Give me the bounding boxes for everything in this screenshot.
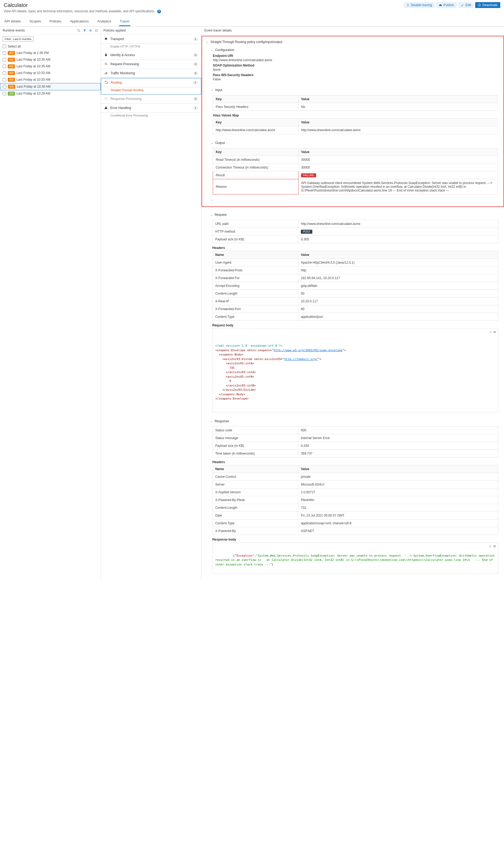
configuration-bar[interactable]: ⌄ Configuration <box>207 46 503 54</box>
event-row[interactable]: 400Last Friday at 10:30 AM <box>0 83 101 90</box>
expand-icon[interactable]: ⤢ <box>489 330 491 335</box>
table-row: http://www.dneonline.com/calculator.asmx… <box>213 126 498 134</box>
bulb-icon <box>406 3 410 7</box>
svg-rect-5 <box>107 72 107 74</box>
policy-group[interactable]: Response Processing0 <box>101 94 201 104</box>
table-row: Pass Security HeadersNo <box>213 103 498 110</box>
tab-analytics[interactable]: Analytics <box>97 17 112 26</box>
input-bar[interactable]: ⌄ Input <box>207 86 503 94</box>
output-table: Key Value Read Timeout (in milliseconds)… <box>213 148 498 194</box>
event-row[interactable]: 400Last Friday at 10:33 AM <box>0 70 101 76</box>
tab-policies[interactable]: Policies <box>49 17 62 26</box>
expand-icon[interactable]: ⤢ <box>489 544 491 549</box>
chevron-down-icon: ⌄ <box>211 88 213 92</box>
bars-icon <box>104 71 108 75</box>
policy-count: 1 <box>193 106 198 110</box>
event-time: Last Friday at 10:35 AM <box>17 58 51 61</box>
copy-icon[interactable]: ⧉ <box>493 544 496 549</box>
svg-point-0 <box>407 4 409 6</box>
select-all-checkbox[interactable] <box>3 45 6 48</box>
table-row: Payload size (in KB)0.305 <box>213 235 498 243</box>
event-checkbox[interactable] <box>3 92 6 95</box>
response-body-heading: Response body <box>212 538 498 541</box>
chevron-down-icon: ⌄ <box>206 40 208 43</box>
table-row: Payload size (in KB)0.334 <box>213 442 498 450</box>
policy-count: 0 <box>193 97 198 101</box>
output-bar[interactable]: ⌄ Output <box>207 139 503 147</box>
select-all-row[interactable]: Select all <box>0 43 101 50</box>
disable-tracing-button[interactable]: Disable tracing <box>403 2 435 8</box>
table-row: X-Forwarded-For182.65.64.141, 10.20.0.11… <box>213 274 498 282</box>
request-body-code: ⤢ ⧉ <?xml version='1.0' encoding='utf-8'… <box>212 328 498 412</box>
policy-sub[interactable]: Conditional Error Processing <box>101 113 201 120</box>
policy-label: Response Processing <box>110 97 142 101</box>
policy-group[interactable]: Identify & Access0 <box>101 51 201 60</box>
policy-group[interactable]: Transport1 <box>101 35 201 44</box>
policy-group[interactable]: Error Handling1 <box>101 104 201 113</box>
policies-heading: Policies applied <box>104 29 126 32</box>
table-row: X-Powered-ByASP.NET <box>213 527 498 535</box>
status-badge: 200 <box>8 92 15 95</box>
table-row: X-Powered-By-PleskPleskWin <box>213 496 498 504</box>
policy-sub[interactable]: Enable HTTP / HTTPS <box>101 44 201 51</box>
policy-sub[interactable]: Straight Through Routing <box>101 87 201 94</box>
request-body-heading: Request body <box>212 323 498 327</box>
policy-label: Request Processing <box>110 62 139 66</box>
external-link-icon[interactable] <box>95 29 98 32</box>
event-checkbox[interactable] <box>3 58 6 61</box>
soap-method-label: SOAP Optimization Method <box>213 64 254 67</box>
event-row[interactable]: 400Last Friday at 1:36 PM <box>0 50 101 56</box>
eye-icon[interactable] <box>89 29 92 32</box>
status-badge: 400 <box>8 78 15 82</box>
deactivate-button[interactable]: Deactivate <box>475 2 500 8</box>
policy-label: Identify & Access <box>110 53 135 57</box>
policy-path-bar[interactable]: ⌄ Straight Through Routing policy config… <box>202 38 503 46</box>
tab-tracer[interactable]: Tracer <box>119 17 130 26</box>
request-bar[interactable]: ⌄ Request <box>206 211 504 219</box>
status-badge: 400 <box>8 85 15 89</box>
table-row: X-Forwarded-Port80 <box>213 305 498 313</box>
response-heading: Response <box>215 419 229 423</box>
event-checkbox[interactable] <box>3 65 6 68</box>
table-row: DateFri, 23 Jul 2021 05:00:37 GMT <box>213 511 498 519</box>
event-checkbox[interactable] <box>3 51 6 55</box>
tab-scopes[interactable]: Scopes <box>29 17 41 26</box>
event-row[interactable]: 400Last Friday at 10:35 AM <box>0 63 101 70</box>
input-table: Key Value Pass Security HeadersNo <box>213 95 498 111</box>
table-row: Read Timeout (in milliseconds)30000 <box>213 156 498 163</box>
endpoint-uri-label: Endpoint URI <box>213 54 233 58</box>
edit-button[interactable]: Edit <box>458 2 474 8</box>
policy-group[interactable]: Routing1 <box>101 78 201 87</box>
request-headers-heading: Headers <box>212 246 498 250</box>
ws-security-label: Pass WS-Security Headers <box>213 73 254 77</box>
status-badge: 400 <box>8 51 15 55</box>
collapse-bar[interactable]: ⌃ <box>207 199 503 205</box>
response-bar[interactable]: ⌄ Response <box>206 417 504 425</box>
ws-security-value: False <box>213 77 498 81</box>
policy-group[interactable]: Request Processing0 <box>101 60 201 69</box>
event-checkbox[interactable] <box>3 85 6 88</box>
table-row: Accept-Encodinggzip,deflate <box>213 282 498 289</box>
tab-applications[interactable]: Applications <box>69 17 89 26</box>
select-all-label: Select all <box>8 45 21 48</box>
filter-icon[interactable] <box>83 29 86 32</box>
policy-group[interactable]: Traffic Monitoring0 <box>101 69 201 78</box>
filter-box[interactable]: Filter: Last 6 months <box>3 36 33 42</box>
status-badge: 400 <box>8 58 15 62</box>
event-time: Last Friday at 1:36 PM <box>17 51 49 55</box>
event-row[interactable]: 200Last Friday at 10:29 AM <box>0 90 101 97</box>
refresh-icon[interactable] <box>77 29 80 32</box>
response-body-code: ⤢ ⧉ {"Exception":"System.Web.Services.Pr… <box>212 543 498 574</box>
event-row[interactable]: 400Last Friday at 10:35 AM <box>0 56 101 63</box>
request-table: URL pathhttp://www.dneonline.com/calcula… <box>212 220 498 243</box>
event-row[interactable]: 400Last Friday at 10:33 AM <box>0 76 101 83</box>
help-icon[interactable]: ? <box>157 10 161 13</box>
event-checkbox[interactable] <box>3 78 6 82</box>
page-title: Calculator <box>4 2 161 8</box>
publish-button[interactable]: Publish <box>436 2 456 8</box>
table-row: ServerMicrosoft-IIS/8.0 <box>213 480 498 488</box>
tab-api-details[interactable]: API details <box>4 17 21 26</box>
copy-icon[interactable]: ⧉ <box>493 330 496 335</box>
event-checkbox[interactable] <box>3 71 6 75</box>
close-circle-icon <box>478 3 481 7</box>
